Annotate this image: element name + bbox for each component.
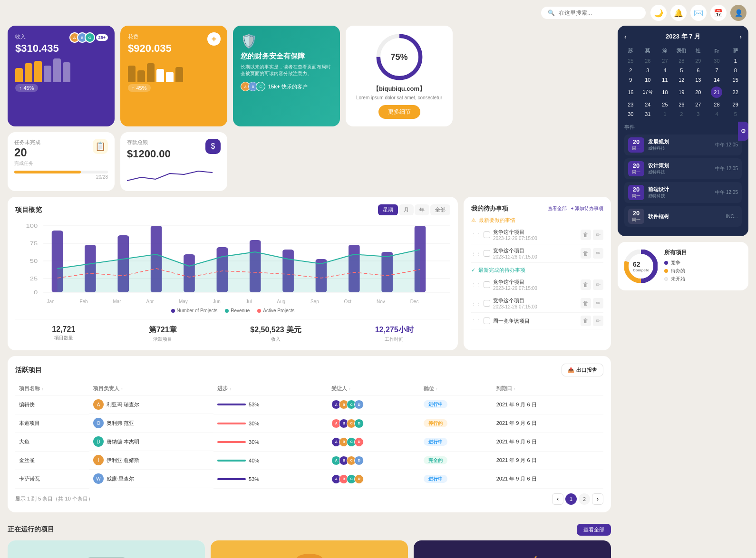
cal-day-1-next[interactable]: 1	[659, 109, 671, 119]
theme-toggle-button[interactable]: 🌙	[650, 5, 667, 21]
cal-day-30-prev[interactable]: 30	[705, 56, 729, 66]
todo-item-actions-3: 🗑 ✏	[581, 279, 603, 290]
tab-week[interactable]: 星期	[378, 204, 398, 215]
progress-bar-fill-3	[217, 441, 246, 443]
running-card-1[interactable]: 👤 设计策划 A B C 21+ 团队	[8, 540, 205, 558]
expense-add-button[interactable]: +	[207, 32, 221, 46]
calendar-next-button[interactable]: ›	[739, 33, 742, 40]
cal-day-4[interactable]: 4	[659, 66, 671, 75]
cal-day-6[interactable]: 6	[692, 66, 705, 75]
drag-handle-1[interactable]: ⋮⋮	[471, 232, 481, 238]
drag-handle-3[interactable]: ⋮⋮	[471, 282, 481, 288]
cal-day-14[interactable]: 14	[705, 75, 729, 85]
cal-day-31[interactable]: 31	[637, 109, 659, 119]
cal-day-27-prev[interactable]: 27	[659, 56, 671, 66]
cal-day-22[interactable]: 22	[729, 85, 742, 100]
cal-day-10[interactable]: 10	[637, 75, 659, 85]
cal-day-26[interactable]: 26	[671, 100, 692, 109]
tab-month[interactable]: 月	[399, 204, 414, 215]
cal-day-20[interactable]: 20	[692, 85, 705, 100]
search-input[interactable]	[559, 10, 639, 16]
todo-add-link[interactable]: + 添加待办事项	[571, 205, 603, 212]
more-details-button[interactable]: 更多细节	[378, 105, 420, 119]
todo-edit-button-2[interactable]: ✏	[593, 248, 603, 259]
running-card-2[interactable]: 前端设计 A B C 21+ 团队 到期日	[211, 540, 408, 558]
pagination-prev-button[interactable]: ‹	[552, 493, 563, 505]
manager-avatar-4: I	[93, 455, 104, 465]
todo-checkbox-3[interactable]	[484, 281, 490, 288]
todo-view-all-link[interactable]: 查看全部	[548, 205, 567, 212]
cal-day-29[interactable]: 29	[729, 100, 742, 109]
cal-day-2-next[interactable]: 2	[671, 109, 692, 119]
cal-day-4-next[interactable]: 4	[705, 109, 729, 119]
cal-day-30[interactable]: 30	[624, 109, 637, 119]
cal-day-29-prev[interactable]: 29	[692, 56, 705, 66]
notifications-button[interactable]: 🔔	[670, 5, 687, 21]
running-card-3[interactable]: 周一竞争该项目 A B C 21+ 团队 到期日	[414, 540, 611, 558]
view-all-button[interactable]: 查看全部	[577, 524, 611, 536]
cal-day-15[interactable]: 15	[729, 75, 742, 85]
todo-delete-button-1[interactable]: 🗑	[581, 230, 591, 240]
cal-day-28-prev[interactable]: 28	[671, 56, 692, 66]
cal-day-2[interactable]: 2	[624, 66, 637, 75]
cal-day-9[interactable]: 9	[624, 75, 637, 85]
calendar-settings-button[interactable]: ⚙	[738, 122, 748, 141]
donut-chart: 62 Compete	[624, 250, 658, 283]
cal-day-25[interactable]: 25	[659, 100, 671, 109]
cal-day-5[interactable]: 5	[671, 66, 692, 75]
todo-edit-button-5[interactable]: ✏	[593, 316, 603, 326]
calendar-button[interactable]: 📅	[710, 5, 727, 21]
tab-year[interactable]: 年	[415, 204, 429, 215]
drag-handle-4[interactable]: ⋮⋮	[471, 301, 481, 306]
todo-edit-button-1[interactable]: ✏	[593, 230, 603, 240]
cal-day-26-prev[interactable]: 26	[637, 56, 659, 66]
page-button-1[interactable]: 1	[565, 493, 577, 505]
cal-day-12[interactable]: 12	[671, 75, 692, 85]
cal-day-16[interactable]: 16	[624, 85, 637, 100]
todo-delete-button-2[interactable]: 🗑	[581, 248, 591, 259]
todo-delete-button-3[interactable]: 🗑	[581, 279, 591, 290]
cal-day-23[interactable]: 23	[624, 100, 637, 109]
mail-button[interactable]: ✉️	[690, 5, 707, 21]
cal-day-25-prev[interactable]: 25	[624, 56, 637, 66]
cal-day-11[interactable]: 11	[659, 75, 671, 85]
cal-day-13[interactable]: 13	[692, 75, 705, 85]
search-container[interactable]: 🔍	[541, 7, 646, 19]
todo-checkbox-4[interactable]	[484, 300, 490, 307]
cal-day-24[interactable]: 24	[637, 100, 659, 109]
todo-edit-button-3[interactable]: ✏	[593, 279, 603, 290]
event-item-2[interactable]: 20 周一 设计策划 威特科技 中午 12:05	[624, 158, 742, 179]
x-label-dec: Dec	[410, 299, 419, 304]
todo-header: 我的待办事项 查看全部 + 添加待办事项	[471, 204, 603, 213]
tab-all[interactable]: 全部	[430, 204, 450, 215]
cal-day-3[interactable]: 3	[637, 66, 659, 75]
todo-checkbox-2[interactable]	[484, 250, 490, 257]
todo-checkbox-1[interactable]	[484, 231, 490, 238]
event-item-1[interactable]: 20 周一 发展规划 威特科技 中午 12:05	[624, 135, 742, 155]
calendar-prev-button[interactable]: ‹	[624, 33, 627, 40]
cal-day-3-next[interactable]: 3	[692, 109, 705, 119]
cal-day-5-next[interactable]: 5	[729, 109, 742, 119]
user-avatar-button[interactable]: 👤	[730, 5, 746, 21]
event-item-4[interactable]: 20 周一 软件框树 INC...	[624, 206, 742, 227]
cal-day-8[interactable]: 8	[729, 66, 742, 75]
todo-delete-button-4[interactable]: 🗑	[581, 298, 591, 308]
todo-checkbox-5[interactable]	[484, 317, 490, 324]
cal-day-18[interactable]: 18	[659, 85, 671, 100]
export-report-button[interactable]: 📤 出口报告	[562, 364, 603, 376]
cal-day-1[interactable]: 1	[729, 56, 742, 66]
cal-day-17[interactable]: 17号	[637, 85, 659, 100]
drag-handle-5[interactable]: ⋮⋮	[471, 318, 481, 324]
page-button-2[interactable]: 2	[579, 493, 590, 505]
cal-day-27[interactable]: 27	[692, 100, 705, 109]
svg-text:75: 75	[30, 241, 38, 246]
cal-day-7[interactable]: 7	[705, 66, 729, 75]
event-item-3[interactable]: 20 周一 前端设计 威特科技 中午 12:05	[624, 182, 742, 203]
drag-handle-2[interactable]: ⋮⋮	[471, 251, 481, 256]
pagination-next-button[interactable]: ›	[592, 493, 603, 505]
cal-day-21-today[interactable]: 21	[705, 85, 729, 100]
todo-delete-button-5[interactable]: 🗑	[581, 316, 591, 326]
cal-day-28[interactable]: 28	[705, 100, 729, 109]
cal-day-19[interactable]: 19	[671, 85, 692, 100]
todo-edit-button-4[interactable]: ✏	[593, 298, 603, 308]
